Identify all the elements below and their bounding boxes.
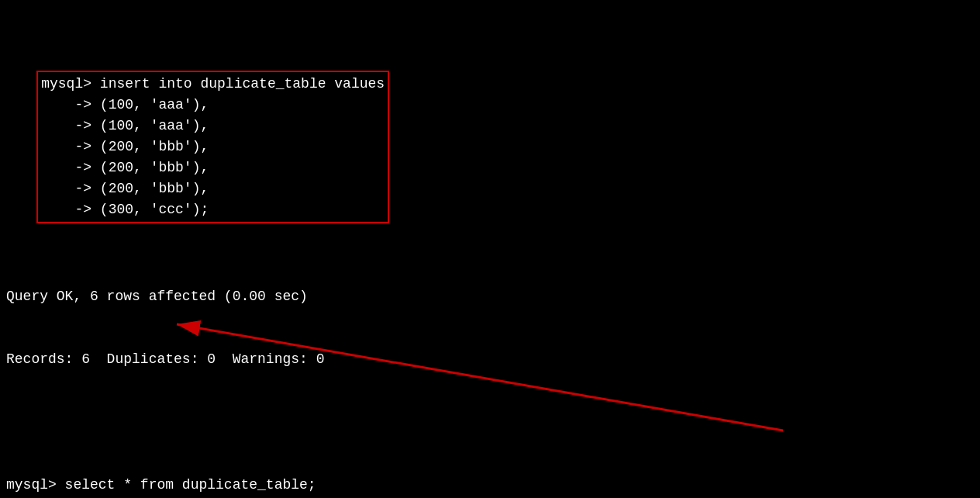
insert-line4: -> (200, 'bbb'),: [41, 139, 209, 154]
highlighted-insert: mysql> insert into duplicate_table value…: [36, 71, 389, 223]
prompt-insert: mysql>: [41, 76, 100, 92]
insert-command-block: mysql> insert into duplicate_table value…: [6, 50, 974, 244]
insert-line5: -> (200, 'bbb'),: [41, 160, 209, 175]
empty-line: [6, 412, 974, 433]
query-result-line1: Query OK, 6 rows affected (0.00 sec): [6, 286, 974, 307]
insert-line7: -> (300, 'ccc');: [41, 202, 209, 217]
insert-line2: -> (100, 'aaa'),: [41, 97, 209, 112]
terminal-window: mysql> insert into duplicate_table value…: [0, 0, 980, 498]
select-command: mysql> select * from duplicate_table;: [6, 475, 974, 496]
insert-line1: insert into duplicate_table values: [100, 76, 385, 92]
insert-line6: -> (200, 'bbb'),: [41, 181, 209, 196]
query-result-line2: Records: 6 Duplicates: 0 Warnings: 0: [6, 349, 974, 370]
insert-line3: -> (100, 'aaa'),: [41, 118, 209, 133]
